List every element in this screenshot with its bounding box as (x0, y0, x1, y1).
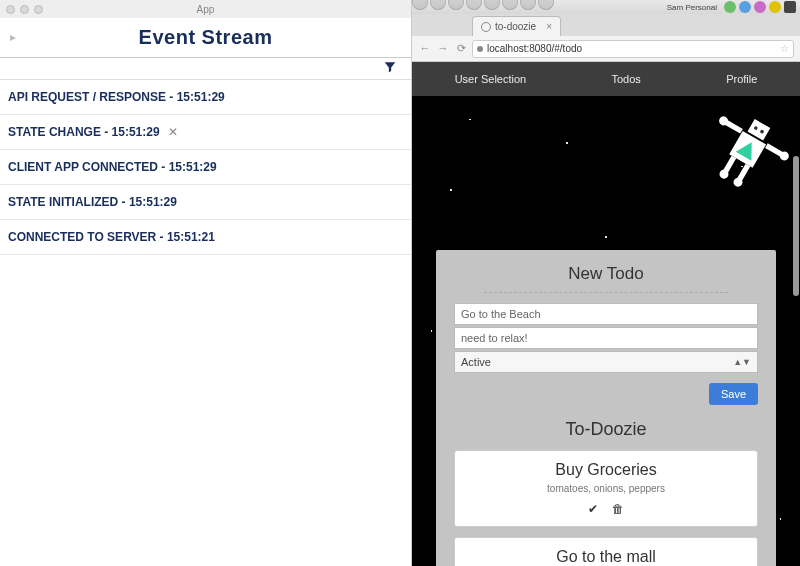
todo-item: Buy Groceries tomatoes, onions, peppers … (454, 450, 758, 527)
url-text: localhost:8080/#/todo (487, 43, 582, 54)
menu-icon[interactable] (784, 1, 796, 13)
event-row[interactable]: CONNECTED TO SERVER - 15:51:21 (0, 220, 411, 255)
favicon-icon (481, 22, 491, 32)
todo-status-select[interactable]: Active ▲▼ (454, 351, 758, 373)
list-heading: To-Doozie (454, 419, 758, 440)
forward-icon[interactable]: → (436, 42, 450, 56)
trash-icon[interactable]: 🗑 (612, 502, 624, 516)
event-row[interactable]: API REQUEST / RESPONSE - 15:51:29 (0, 80, 411, 115)
app-navbar: User Selection Todos Profile (412, 62, 800, 96)
bookmark-icon[interactable]: ☆ (780, 43, 789, 54)
chevron-updown-icon: ▲▼ (733, 357, 751, 367)
divider (484, 292, 728, 293)
extension-icon[interactable] (724, 1, 736, 13)
nav-user-selection[interactable]: User Selection (455, 73, 527, 85)
event-stream-header: ▸ Event Stream (0, 18, 411, 58)
todo-title: Buy Groceries (465, 461, 747, 479)
check-icon[interactable]: ✔ (588, 502, 598, 516)
extension-icon[interactable] (739, 1, 751, 13)
event-label: STATE CHANGE - 15:51:29 (8, 125, 160, 139)
filter-row (0, 58, 411, 80)
scrollbar[interactable] (793, 96, 799, 566)
chevron-right-icon[interactable]: ▸ (10, 30, 16, 44)
browser-tabstrip: to-doozie × (412, 14, 800, 36)
input-value: need to relax! (461, 332, 528, 344)
event-label: API REQUEST / RESPONSE - 15:51:29 (8, 90, 225, 104)
back-icon[interactable]: ← (418, 42, 432, 56)
page-viewport: User Selection Todos Profile (412, 62, 800, 566)
browser-profile-toolbar: Sam Personal (667, 0, 796, 14)
close-icon[interactable]: ✕ (168, 125, 178, 139)
window-titlebar: App (0, 0, 411, 18)
todo-desc-input[interactable]: need to relax! (454, 327, 758, 349)
browser-profile-name[interactable]: Sam Personal (667, 3, 717, 12)
select-value: Active (461, 356, 491, 368)
event-label: CLIENT APP CONNECTED - 15:51:29 (8, 160, 217, 174)
extension-icon[interactable] (769, 1, 781, 13)
todo-title: Go to the mall (465, 548, 747, 566)
robot-icon (704, 102, 794, 192)
browser-tab[interactable]: to-doozie × (472, 16, 561, 36)
event-stream-window: App ▸ Event Stream API REQUEST / RESPONS… (0, 0, 412, 566)
save-button[interactable]: Save (709, 383, 758, 405)
todo-title-input[interactable]: Go to the Beach (454, 303, 758, 325)
filter-icon[interactable] (383, 60, 397, 78)
form-heading: New Todo (454, 264, 758, 284)
window-title: App (0, 4, 411, 15)
toolbar-overflow-dots (412, 0, 554, 10)
event-row[interactable]: CLIENT APP CONNECTED - 15:51:29 (0, 150, 411, 185)
url-input[interactable]: localhost:8080/#/todo ☆ (472, 40, 794, 58)
new-todo-card: New Todo Go to the Beach need to relax! … (436, 250, 776, 566)
page-title: Event Stream (139, 26, 273, 49)
scrollbar-thumb[interactable] (793, 156, 799, 296)
extension-icon[interactable] (754, 1, 766, 13)
event-row[interactable]: STATE INITIALIZED - 15:51:29 (0, 185, 411, 220)
nav-profile[interactable]: Profile (726, 73, 757, 85)
todo-desc: tomatoes, onions, peppers (465, 483, 747, 494)
close-icon[interactable]: × (546, 21, 552, 32)
input-value: Go to the Beach (461, 308, 541, 320)
reload-icon[interactable]: ⟳ (454, 42, 468, 56)
site-info-icon[interactable] (477, 46, 483, 52)
nav-todos[interactable]: Todos (611, 73, 640, 85)
todo-item: Go to the mall (454, 537, 758, 566)
event-label: STATE INITIALIZED - 15:51:29 (8, 195, 177, 209)
tab-title: to-doozie (495, 21, 536, 32)
event-label: CONNECTED TO SERVER - 15:51:21 (8, 230, 215, 244)
browser-url-bar: ← → ⟳ localhost:8080/#/todo ☆ (412, 36, 800, 62)
page-body: New Todo Go to the Beach need to relax! … (412, 96, 800, 566)
event-row[interactable]: STATE CHANGE - 15:51:29 ✕ (0, 115, 411, 150)
browser-window: Sam Personal to-doozie × ← → ⟳ localhost… (412, 0, 800, 566)
browser-chrome-top: Sam Personal (412, 0, 800, 14)
